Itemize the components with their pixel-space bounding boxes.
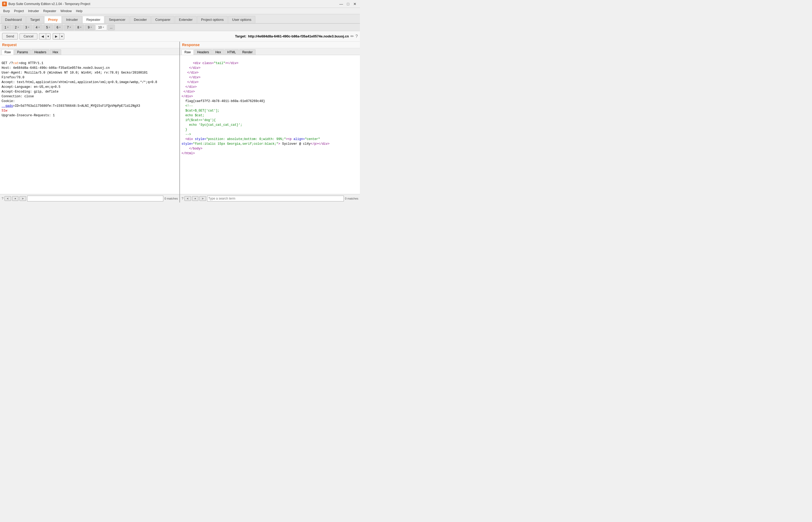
response-search-help-icon[interactable]: ? [182,196,183,200]
menu-intruder[interactable]: Intruder [26,9,41,14]
response-header: Response [180,42,360,48]
tab-repeater[interactable]: Repeater [82,16,104,23]
request-search-input[interactable] [27,196,164,201]
send-button[interactable]: Send [2,33,18,40]
request-line-3: User-Agent: Mozilla/5.0 (Windows NT 10.0… [2,71,148,75]
menu-burp[interactable]: Burp [1,9,12,14]
help-target-icon[interactable]: ? [355,34,358,39]
forward-button[interactable]: ▶ [53,33,60,40]
tab-dashboard[interactable]: Dashboard [1,16,26,23]
response-tab-headers[interactable]: Headers [194,49,212,55]
tab-intruder[interactable]: Intruder [62,16,82,23]
fwd-dropdown-button[interactable]: ▾ [60,33,64,40]
repeater-tab-2[interactable]: 2× [12,24,22,30]
request-title: Request [2,43,17,47]
menubar: Burp Project Intruder Repeater Window He… [0,8,360,14]
back-dropdown-button[interactable]: ▾ [46,33,50,40]
top-area: Send Cancel ◀ ▾ ▶ ▾ Target: http://4e684… [0,31,360,42]
target-url: http://4e684d8a-6461-490c-b86a-f35a41e05… [248,34,349,38]
response-tab-render[interactable]: Render [239,49,255,55]
repeater-tab-9[interactable]: 9× [85,24,95,30]
resp-line-4: </div> [182,76,201,79]
request-line-10: __gads=ID=5d7f63a1175686fe:T=1593786648:… [2,104,140,108]
repeater-tab-1[interactable]: 1× [2,24,12,30]
request-content: GET /?cat=dog HTTP/1.1 Host: 4e684d8a-64… [0,55,180,194]
request-line-9: Cookie: [2,99,15,103]
request-line-1: GET /?cat=dog HTTP/1.1 [2,61,43,65]
request-line-5: Accept: text/html,application/xhtml+xml,… [2,80,157,84]
tab-sequencer[interactable]: Sequencer [105,16,129,23]
resp-line-19: </body> [182,147,202,150]
request-tab-raw[interactable]: Raw [2,49,14,55]
response-title: Response [182,43,200,47]
request-search-help-icon[interactable]: ? [2,196,3,200]
tab-extender[interactable]: Extender [175,16,196,23]
repeater-tab-5[interactable]: 5× [43,24,53,30]
tab-user-options[interactable]: User options [228,16,255,23]
request-search-next-plus-button[interactable]: + [12,196,18,201]
resp-line-14: echo 'Syc{cat_cat_cat_cat}'; [182,123,242,127]
response-search-input[interactable] [207,196,344,201]
resp-line-17: <div style="position: absolute;bottom: 0… [182,137,320,141]
request-tab-params[interactable]: Params [14,49,31,55]
repeater-tab-4[interactable]: 4× [33,24,43,30]
repeater-tabs: 1× 2× 3× 4× 5× 6× 7× 8× 9× 10× ... [0,24,360,31]
titlebar-title: Burp Suite Community Edition v2.1.04 - T… [8,2,90,6]
request-line-4: Firefox/78.0 [2,76,24,79]
titlebar-controls: — □ ✕ [338,1,358,7]
resp-line-2: </div> [182,66,201,70]
resp-line-3: </div> [182,71,199,75]
resp-line-15: } [182,128,187,132]
response-tab-raw[interactable]: Raw [182,49,194,55]
repeater-tab-8[interactable]: 8× [75,24,85,30]
resp-line-1: <div class="tail"></div> [182,61,238,65]
repeater-tab-7[interactable]: 7× [64,24,74,30]
resp-line-20: </html> [182,152,195,155]
response-search-next-button[interactable]: > [200,196,206,201]
cancel-button[interactable]: Cancel [20,33,37,40]
menu-window[interactable]: Window [58,9,74,14]
request-line-6: Accept-Language: en-US,en;q=0.5 [2,85,60,89]
minimize-button[interactable]: — [338,1,344,7]
back-button[interactable]: ◀ [39,33,46,40]
repeater-tab-more[interactable]: ... [107,24,115,30]
request-tab-hex[interactable]: Hex [50,49,61,55]
edit-target-icon[interactable]: ✏ [350,34,354,39]
response-tab-html[interactable]: HTML [225,49,239,55]
menu-repeater[interactable]: Repeater [41,9,58,14]
resp-line-5: </div> [182,80,199,84]
response-panel: Response Raw Headers Hex HTML Render <di… [180,42,360,202]
resp-line-7: </div> [182,90,195,94]
repeater-tab-6[interactable]: 6× [54,24,64,30]
request-line-11: S1w [2,109,7,113]
resp-line-9: flag{caef37f2-4b78-4011-b60a-61e876269c4… [182,99,265,103]
request-tabs: Raw Params Headers Hex [0,48,180,55]
request-search-next-button[interactable]: > [20,196,26,201]
menu-help[interactable]: Help [74,9,85,14]
request-tab-headers[interactable]: Headers [32,49,49,55]
repeater-tab-10[interactable]: 10× [96,24,107,30]
repeater-tab-3[interactable]: 3× [22,24,33,30]
request-panel: Request Raw Params Headers Hex GET /?cat… [0,42,180,202]
tab-decoder[interactable]: Decoder [130,16,151,23]
request-line-7: Accept-Encoding: gzip, deflate [2,90,59,94]
request-search-prev-button[interactable]: < [4,196,11,201]
tab-project-options[interactable]: Project options [197,16,228,23]
request-search-bar: ? < + > 0 matches [0,194,180,202]
main-tabbar: Dashboard Target Proxy Intruder Repeater… [0,14,360,24]
tab-proxy[interactable]: Proxy [44,16,62,23]
resp-line-12: echo $cat; [182,114,204,117]
maximize-button[interactable]: □ [345,1,351,7]
tab-comparer[interactable]: Comparer [151,16,174,23]
tab-target[interactable]: Target [26,16,44,23]
target-label: Target: [235,34,246,38]
resp-line-10: <!-- [182,104,193,108]
response-search-plus-button[interactable]: + [192,196,199,201]
toolbar-right: Target: http://4e684d8a-6461-490c-b86a-f… [233,34,360,39]
menu-project[interactable]: Project [12,9,26,14]
request-search-matches: 0 matches [164,197,178,200]
response-tab-hex[interactable]: Hex [212,49,224,55]
request-line-12: Upgrade-Insecure-Requests: 1 [2,114,55,117]
response-search-prev-button[interactable]: < [184,196,191,201]
close-button[interactable]: ✕ [352,1,358,7]
